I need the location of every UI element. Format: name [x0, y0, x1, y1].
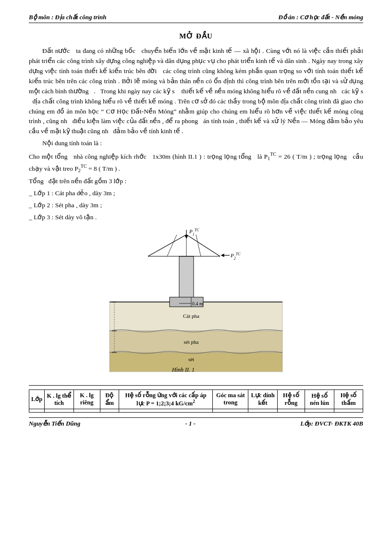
col-he-so-rong: Hệ số rỗng ứng với các cấp áp lực P = 1;…: [119, 389, 213, 409]
main-text: Đất nước ta đang có những bốc chuyển biế…: [29, 46, 363, 223]
figure-label: Hình II. 1: [172, 366, 195, 373]
p2-label: P2TC: [230, 251, 241, 260]
paragraph-4: Tổng đặt trên nền đất gồm 3 lớp :: [29, 176, 363, 187]
col-klg-rieng: K . lg riêng: [74, 389, 100, 409]
footer-author: Nguyễn Tiến Dũng: [29, 420, 80, 427]
structural-diagram: Cát pha sét pha sét: [95, 227, 297, 377]
col-klg-the-tich: K . lg thể tích: [45, 389, 74, 409]
col-he-so-tham: Hệ số thấm: [334, 389, 363, 409]
table-row-empty: [29, 409, 363, 412]
svg-rect-2: [110, 352, 282, 372]
header-right: Đồ án : Cơ học đất - Nền móng: [278, 13, 363, 21]
col-he-so-nen-lun: Hệ số nén lún: [305, 389, 334, 409]
svg-line-7: [148, 235, 186, 256]
paragraph-2: Nội dung tính toán là :: [29, 138, 363, 149]
page-title: MỞ ĐẦU: [29, 32, 363, 40]
paragraph-1: Đất nước ta đang có những bốc chuyển biế…: [29, 46, 363, 137]
page-footer: Nguyễn Tiến Dũng - 1 - Lớp: ĐVCT- ĐKTK 4…: [29, 417, 363, 427]
col-do-am: Độ ẩm: [100, 389, 119, 409]
col-luc-dinh-ket: Lực dính kết: [248, 389, 278, 409]
layer2-label: sét pha: [184, 339, 199, 345]
col-lop: Lớp: [29, 389, 45, 409]
diagram-area: Cát pha sét pha sét: [29, 227, 363, 377]
layer3-label: sét: [188, 356, 194, 362]
header-left: Bộ môn : Địa chất công trình: [29, 13, 107, 21]
col-goc-ma-sat: Góc ma sát trong: [213, 389, 248, 409]
footer-page-number: - 1 -: [185, 420, 196, 427]
table-section: Lớp K . lg thể tích K . lg riêng Độ ẩm H…: [29, 385, 363, 413]
p1-label: P1TC: [189, 227, 199, 236]
paragraph-5: _ Lớp 1 : Cát pha dẻo , dày 3m ;: [29, 188, 363, 199]
svg-line-8: [186, 235, 220, 256]
svg-rect-4: [179, 256, 194, 302]
paragraph-3: Cho một tổng nhà công nghiệp kích rhớc 1…: [29, 151, 363, 175]
footer-class: Lớp: ĐVCT- ĐKTK 40B: [300, 420, 363, 427]
page-header: Bộ môn : Địa chất công trình Đồ án : Cơ …: [29, 13, 363, 23]
dim-label: 0.4 m: [192, 301, 203, 306]
svg-line-9: [167, 235, 177, 256]
page: Bộ môn : Địa chất công trình Đồ án : Cơ …: [0, 0, 392, 540]
paragraph-7: _ Lớp 3 : Sét dày vô tận .: [29, 213, 363, 223]
soil-properties-table: Lớp K . lg thể tích K . lg riêng Độ ẩm H…: [29, 389, 363, 413]
col-he-so-rong2: Hệ số rỗng: [277, 389, 305, 409]
svg-line-10: [196, 235, 201, 256]
layer1-label: Cát pha: [183, 313, 199, 319]
paragraph-6: _ Lớp 2 : Sét pha , dày 3m ;: [29, 201, 363, 211]
